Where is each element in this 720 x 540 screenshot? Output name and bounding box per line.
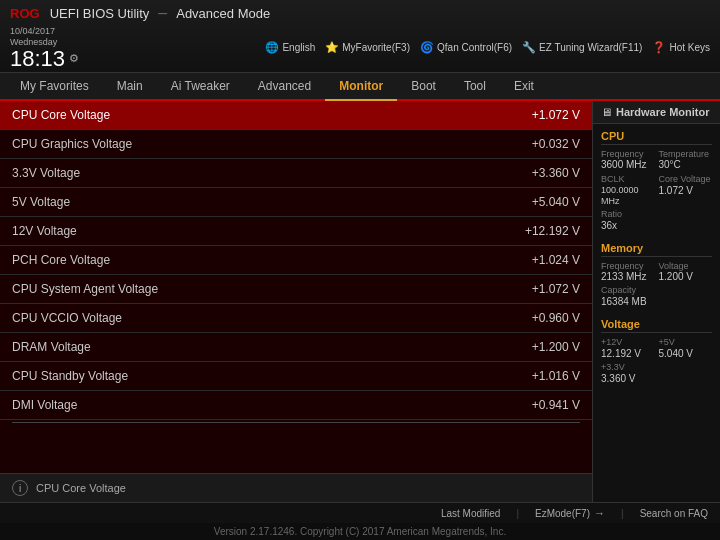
right-panel: 🖥 Hardware Monitor CPU Frequency 3600 MH… xyxy=(592,101,720,502)
hw-voltage-grid: +12V 12.192 V +5V 5.040 V xyxy=(601,337,712,360)
mem-frequency-label: Frequency xyxy=(601,261,655,272)
voltage-row-cpu-graphics[interactable]: CPU Graphics Voltage +0.032 V xyxy=(0,130,592,159)
mem-freq-group: Frequency 2133 MHz xyxy=(601,261,655,284)
cpu-bclk-label: BCLK xyxy=(601,174,655,185)
copyright-bar: Version 2.17.1246. Copyright (C) 2017 Am… xyxy=(0,523,720,540)
footer-last-modified: Last Modified xyxy=(441,508,500,519)
fan-icon: 🌀 xyxy=(420,41,434,54)
mem-volt-group: Voltage 1.200 V xyxy=(659,261,713,284)
voltage-row-standby[interactable]: CPU Standby Voltage +1.016 V xyxy=(0,362,592,391)
date-line1: 10/04/2017 xyxy=(10,26,79,37)
cpu-core-voltage-value: 1.072 V xyxy=(659,185,713,197)
tuning-icon: 🔧 xyxy=(522,41,536,54)
action-qfan[interactable]: 🌀 Qfan Control(F6) xyxy=(420,41,512,54)
time-display: 18:13 xyxy=(10,48,65,70)
voltage-row-pch[interactable]: PCH Core Voltage +1.024 V xyxy=(0,246,592,275)
voltage-value-9: +1.016 V xyxy=(532,369,580,383)
info-icon-label: i xyxy=(19,483,21,494)
hw-monitor-header: 🖥 Hardware Monitor xyxy=(593,101,720,124)
tab-advanced[interactable]: Advanced xyxy=(244,73,325,101)
hw-cpu-grid: Frequency 3600 MHz Temperature 30°C BCLK… xyxy=(601,149,712,207)
info-icon: i xyxy=(12,480,28,496)
copyright-text: Version 2.17.1246. Copyright (C) 2017 Am… xyxy=(214,526,506,537)
tab-tool[interactable]: Tool xyxy=(450,73,500,101)
cpu-bclk-value: 100.0000 MHz xyxy=(601,185,655,207)
voltage-row-cpu-core[interactable]: CPU Core Voltage +1.072 V xyxy=(0,101,592,130)
ezmode-arrow-icon: → xyxy=(594,507,605,519)
hw-monitor-title: Hardware Monitor xyxy=(616,106,710,118)
action-myfavorites[interactable]: ⭐ MyFavorite(F3) xyxy=(325,41,410,54)
hw-section-cpu: CPU Frequency 3600 MHz Temperature 30°C … xyxy=(601,130,712,232)
footer-search[interactable]: Search on FAQ xyxy=(640,508,708,519)
plus12v-value: 12.192 V xyxy=(601,348,655,360)
mem-voltage-value: 1.200 V xyxy=(659,271,713,283)
tab-boot[interactable]: Boot xyxy=(397,73,450,101)
main-container: ROG UEFI BIOS Utility – Advanced Mode 10… xyxy=(0,0,720,540)
cpu-frequency-label: Frequency xyxy=(601,149,655,160)
footer-divider2: | xyxy=(621,508,624,519)
datetime-block: 10/04/2017 Wednesday 18:13 ⚙ xyxy=(10,26,79,70)
voltage-row-dram[interactable]: DRAM Voltage +1.200 V xyxy=(0,333,592,362)
voltage-value-6: +1.072 V xyxy=(532,282,580,296)
tab-exit[interactable]: Exit xyxy=(500,73,548,101)
favorites-icon: ⭐ xyxy=(325,41,339,54)
volt-3v3-group: +3.3V 3.360 V xyxy=(601,362,712,385)
mem-capacity-group: Capacity 16384 MB xyxy=(601,285,712,308)
action-hotkeys[interactable]: ❓ Hot Keys xyxy=(652,41,710,54)
plus3v3-label: +3.3V xyxy=(601,362,712,373)
voltage-row-vccio[interactable]: CPU VCCIO Voltage +0.960 V xyxy=(0,304,592,333)
header-actions: 🌐 English ⭐ MyFavorite(F3) 🌀 Qfan Contro… xyxy=(265,41,710,54)
voltage-value-10: +0.941 V xyxy=(532,398,580,412)
footer-ezmode[interactable]: EzMode(F7) → xyxy=(535,507,605,519)
hotkeys-icon: ❓ xyxy=(652,41,666,54)
hw-memory-grid: Frequency 2133 MHz Voltage 1.200 V xyxy=(601,261,712,284)
voltage-row-sys-agent[interactable]: CPU System Agent Voltage +1.072 V xyxy=(0,275,592,304)
voltage-value-3: +5.040 V xyxy=(532,195,580,209)
voltage-row-5v[interactable]: 5V Voltage +5.040 V xyxy=(0,188,592,217)
cpu-bclk-group: BCLK 100.0000 MHz xyxy=(601,174,655,206)
hw-section-voltage: Voltage +12V 12.192 V +5V 5.040 V +3.3V … xyxy=(601,318,712,385)
cpu-ratio-group: Ratio 36x xyxy=(601,209,712,232)
nav-bar: My Favorites Main Ai Tweaker Advanced Mo… xyxy=(0,73,720,101)
info-bar: i CPU Core Voltage xyxy=(0,473,592,502)
voltage-value-0: +1.072 V xyxy=(532,108,580,122)
action-english[interactable]: 🌐 English xyxy=(265,41,315,54)
hotkeys-label: Hot Keys xyxy=(669,42,710,53)
voltage-table: CPU Core Voltage +1.072 V CPU Graphics V… xyxy=(0,101,592,473)
voltage-name-10: DMI Voltage xyxy=(12,398,77,412)
tab-main[interactable]: Main xyxy=(103,73,157,101)
voltage-value-1: +0.032 V xyxy=(532,137,580,151)
hw-section-memory: Memory Frequency 2133 MHz Voltage 1.200 … xyxy=(601,242,712,309)
action-eztuning[interactable]: 🔧 EZ Tuning Wizard(F11) xyxy=(522,41,642,54)
hw-memory-title: Memory xyxy=(601,242,712,257)
voltage-value-8: +1.200 V xyxy=(532,340,580,354)
cpu-ratio-label: Ratio xyxy=(601,209,712,220)
voltage-name-5: PCH Core Voltage xyxy=(12,253,110,267)
voltage-value-2: +3.360 V xyxy=(532,166,580,180)
cpu-core-voltage-label: Core Voltage xyxy=(659,174,713,185)
voltage-row-3v3[interactable]: 3.3V Voltage +3.360 V xyxy=(0,159,592,188)
gear-icon[interactable]: ⚙ xyxy=(69,52,79,65)
eztuning-label: EZ Tuning Wizard(F11) xyxy=(539,42,642,53)
volt-12v-group: +12V 12.192 V xyxy=(601,337,655,360)
title-separator: – xyxy=(158,4,167,22)
voltage-row-12v[interactable]: 12V Voltage +12.192 V xyxy=(0,217,592,246)
voltage-name-7: CPU VCCIO Voltage xyxy=(12,311,122,325)
tab-favorites[interactable]: My Favorites xyxy=(6,73,103,101)
mem-frequency-value: 2133 MHz xyxy=(601,271,655,283)
voltage-name-9: CPU Standby Voltage xyxy=(12,369,128,383)
plus5v-value: 5.040 V xyxy=(659,348,713,360)
qfan-label: Qfan Control(F6) xyxy=(437,42,512,53)
voltage-row-dmi[interactable]: DMI Voltage +0.941 V xyxy=(0,391,592,420)
footer-divider1: | xyxy=(516,508,519,519)
voltage-name-4: 12V Voltage xyxy=(12,224,77,238)
tab-monitor[interactable]: Monitor xyxy=(325,73,397,101)
plus5v-label: +5V xyxy=(659,337,713,348)
volt-5v-group: +5V 5.040 V xyxy=(659,337,713,360)
voltage-name-2: 3.3V Voltage xyxy=(12,166,80,180)
cpu-corevolt-group: Core Voltage 1.072 V xyxy=(659,174,713,206)
tab-ai-tweaker[interactable]: Ai Tweaker xyxy=(157,73,244,101)
language-icon: 🌐 xyxy=(265,41,279,54)
info-text: CPU Core Voltage xyxy=(36,482,126,494)
voltage-name-8: DRAM Voltage xyxy=(12,340,91,354)
